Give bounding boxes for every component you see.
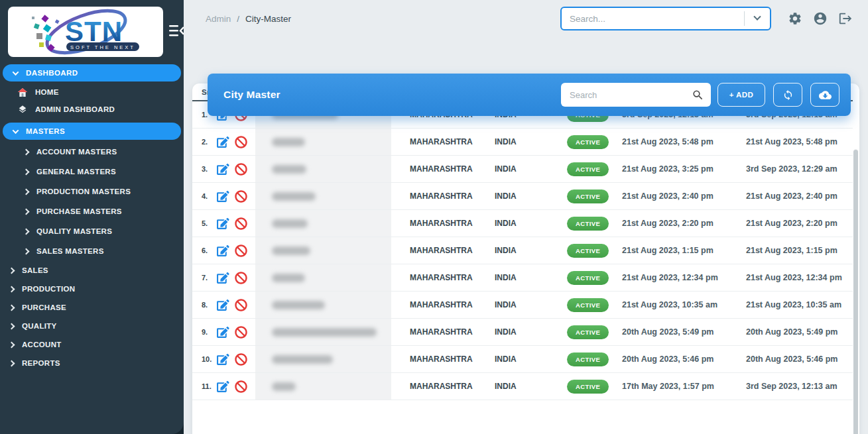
edit-button[interactable]	[217, 299, 229, 311]
gear-icon	[788, 11, 802, 26]
sidebar-item-admin-dashboard[interactable]: ADMIN DASHBOARD	[0, 101, 184, 118]
refresh-button[interactable]	[773, 83, 802, 107]
scrollbar-thumb[interactable]	[853, 150, 858, 434]
table-row: 6. MAHARASHTRA INDIA ACTIVE 21st Aug 202…	[192, 237, 853, 264]
deactivate-button[interactable]	[235, 272, 247, 284]
search-icon[interactable]	[692, 89, 704, 101]
edit-button[interactable]	[217, 353, 229, 366]
table-row: 5. MAHARASHTRA INDIA ACTIVE 21st Aug 202…	[192, 210, 853, 237]
deactivate-button[interactable]	[235, 353, 247, 366]
status-badge: ACTIVE	[567, 135, 609, 149]
layers-icon	[18, 105, 27, 114]
state-name-cell: MAHARASHTRA	[391, 164, 492, 174]
status-cell: ACTIVE	[565, 271, 621, 285]
status-cell: ACTIVE	[565, 353, 621, 366]
state-name-cell: MAHARASHTRA	[391, 137, 492, 146]
breadcrumb-admin[interactable]: Admin	[206, 14, 231, 24]
row-number: 6.	[202, 246, 212, 254]
state-name-cell: MAHARASHTRA	[391, 354, 492, 364]
edit-button[interactable]	[217, 217, 229, 230]
sidebar-item-sales-masters[interactable]: SALES MASTERS	[0, 241, 184, 261]
export-button[interactable]	[810, 83, 839, 107]
settings-button[interactable]	[787, 11, 803, 27]
city-name-cell	[255, 264, 391, 291]
row-number: 2.	[202, 138, 212, 146]
deactivate-button[interactable]	[235, 299, 247, 311]
country-name-cell: INDIA	[492, 354, 565, 364]
updated-at-cell: 21st Aug 2023, 2:20 pm	[745, 219, 853, 228]
sidebar-item-sales[interactable]: SALES	[0, 261, 184, 280]
status-badge: ACTIVE	[567, 244, 609, 258]
sidebar-item-masters[interactable]: MASTERS	[3, 123, 181, 140]
sidebar-item-account[interactable]: ACCOUNT	[0, 335, 184, 354]
country-name-cell: INDIA	[492, 273, 565, 282]
table-scrollbar[interactable]	[853, 149, 858, 434]
deactivate-button[interactable]	[235, 217, 247, 230]
sidebar-item-general-masters[interactable]: GENERAL MASTERS	[0, 162, 184, 182]
created-at-cell: 21st Aug 2023, 1:15 pm	[621, 246, 745, 255]
collapse-menu-icon	[169, 25, 184, 37]
edit-button[interactable]	[217, 244, 229, 257]
edit-button[interactable]	[217, 380, 229, 393]
account-button[interactable]	[812, 11, 828, 27]
logout-button[interactable]	[837, 11, 853, 27]
table-search-input[interactable]	[570, 90, 692, 100]
updated-at-cell: 20th Aug 2023, 5:49 pm	[745, 327, 853, 337]
state-name-cell: MAHARASHTRA	[391, 191, 492, 201]
logout-icon	[838, 11, 853, 26]
edit-button[interactable]	[217, 163, 229, 176]
chevron-right-icon	[9, 341, 15, 348]
city-name-redacted	[272, 382, 296, 391]
sidebar-item-quality-masters[interactable]: QUALITY MASTERS	[0, 221, 184, 241]
search-dropdown-toggle[interactable]	[745, 16, 770, 21]
deactivate-button[interactable]	[235, 136, 247, 148]
sidebar-collapse-button[interactable]	[169, 25, 184, 40]
deactivate-button[interactable]	[235, 326, 247, 339]
city-name-cell	[255, 292, 391, 318]
edit-button[interactable]	[217, 272, 229, 284]
table-search	[561, 83, 711, 107]
edit-icon	[217, 380, 229, 393]
breadcrumb: Admin / City-Master	[206, 14, 291, 24]
edit-button[interactable]	[217, 326, 229, 339]
edit-button[interactable]	[217, 190, 229, 203]
city-name-cell	[255, 373, 391, 400]
page-title: City Master	[223, 89, 280, 101]
sidebar-item-production-masters[interactable]: PRODUCTION MASTERS	[0, 182, 184, 201]
city-name-cell	[255, 319, 391, 345]
created-at-cell: 20th Aug 2023, 5:49 pm	[621, 327, 745, 337]
status-badge: ACTIVE	[567, 271, 609, 285]
state-name-cell: MAHARASHTRA	[391, 219, 492, 228]
sidebar-item-purchase-masters[interactable]: PURCHASE MASTERS	[0, 201, 184, 221]
sidebar-item-quality[interactable]: QUALITY	[0, 317, 184, 335]
block-icon	[235, 272, 247, 284]
chevron-right-icon	[23, 228, 30, 235]
state-name-cell: MAHARASHTRA	[391, 246, 492, 255]
deactivate-button[interactable]	[235, 163, 247, 176]
add-button[interactable]: + ADD	[717, 83, 765, 107]
sidebar-item-purchase[interactable]: PURCHASE	[0, 298, 184, 317]
deactivate-button[interactable]	[235, 190, 247, 203]
city-name-redacted	[272, 138, 305, 146]
sidebar-item-dashboard[interactable]: DASHBOARD	[3, 64, 181, 81]
deactivate-button[interactable]	[235, 244, 247, 257]
edit-icon	[217, 190, 229, 203]
block-icon	[235, 380, 247, 393]
sidebar-item-account-masters[interactable]: ACCOUNT MASTERS	[0, 142, 184, 162]
status-badge: ACTIVE	[567, 190, 609, 203]
created-at-cell: 21st Aug 2023, 2:20 pm	[621, 219, 745, 228]
deactivate-button[interactable]	[235, 380, 247, 393]
country-name-cell: INDIA	[492, 164, 565, 174]
sidebar-item-production[interactable]: PRODUCTION	[0, 280, 184, 298]
topbar: Admin / City-Master	[184, 0, 868, 37]
updated-at-cell: 21st Aug 2023, 5:48 pm	[745, 137, 853, 146]
country-name-cell: INDIA	[492, 327, 565, 337]
edit-button[interactable]	[217, 136, 229, 148]
city-name-redacted	[272, 219, 308, 228]
sidebar-item-reports[interactable]: REPORTS	[0, 354, 184, 372]
sidebar-item-home[interactable]: HOME	[0, 83, 184, 101]
city-name-cell	[255, 129, 391, 155]
created-at-cell: 21st Aug 2023, 5:48 pm	[621, 137, 745, 146]
global-search-input[interactable]	[562, 14, 744, 24]
table-row: 8. MAHARASHTRA INDIA ACTIVE 21st Aug 202…	[192, 292, 853, 319]
